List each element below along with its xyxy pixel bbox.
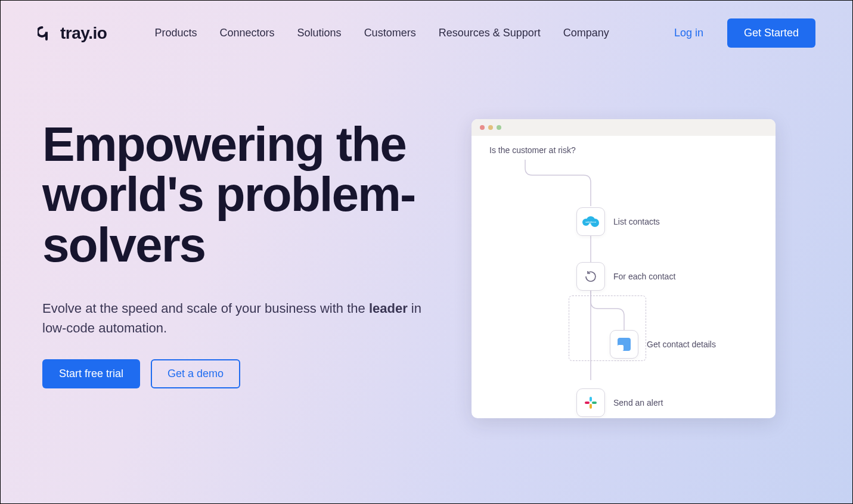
workflow-preview: Is the customer at risk? salesforc — [472, 119, 776, 418]
hero-sub-bold: leader — [369, 301, 408, 316]
workflow-node-list-contacts: salesforce List contacts — [576, 207, 660, 236]
slack-icon — [576, 388, 605, 417]
node-label: List contacts — [613, 217, 660, 226]
workflow-canvas: Is the customer at risk? salesforc — [472, 136, 776, 418]
workflow-node-foreach: For each contact — [576, 262, 675, 291]
node-label: For each contact — [613, 272, 675, 281]
window-minimize-icon — [488, 125, 493, 130]
hero-copy: Empowering the world's problem-solvers E… — [42, 119, 436, 418]
window-titlebar — [472, 119, 776, 136]
svg-rect-9 — [585, 402, 590, 404]
svg-text:salesforce: salesforce — [585, 220, 597, 223]
tray-icon — [38, 24, 55, 42]
start-free-trial-button[interactable]: Start free trial — [42, 359, 140, 388]
brand-logo[interactable]: tray.io — [38, 24, 107, 43]
node-label: Send an alert — [613, 398, 663, 407]
workflow-question: Is the customer at risk? — [489, 145, 764, 155]
contact-icon — [610, 330, 638, 359]
nav-connectors[interactable]: Connectors — [220, 27, 275, 39]
nav-company[interactable]: Company — [563, 27, 609, 39]
nav-customers[interactable]: Customers — [364, 27, 416, 39]
hero-section: Empowering the world's problem-solvers E… — [1, 48, 852, 418]
workflow-node-send-alert: Send an alert — [576, 388, 663, 417]
login-link[interactable]: Log in — [674, 27, 703, 39]
svg-rect-5 — [618, 345, 624, 351]
header: tray.io Products Connectors Solutions Cu… — [1, 1, 852, 48]
svg-rect-7 — [592, 402, 597, 404]
hero-title: Empowering the world's problem-solvers — [42, 119, 436, 270]
brand-text: tray.io — [60, 24, 107, 43]
nav-products[interactable]: Products — [154, 27, 197, 39]
workflow-node-contact-details: Get contact details — [610, 330, 716, 359]
window-maximize-icon — [497, 125, 501, 130]
hero-subtitle: Evolve at the speed and scale of your bu… — [42, 298, 436, 338]
node-label: Get contact details — [647, 340, 716, 349]
svg-rect-8 — [590, 404, 592, 409]
loop-icon — [576, 262, 605, 291]
workflow-window: Is the customer at risk? salesforc — [472, 119, 776, 418]
hero-cta-row: Start free trial Get a demo — [42, 359, 436, 388]
window-close-icon — [480, 125, 485, 130]
nav-resources[interactable]: Resources & Support — [439, 27, 541, 39]
svg-rect-6 — [590, 397, 592, 402]
get-started-button[interactable]: Get Started — [727, 18, 815, 48]
get-demo-button[interactable]: Get a demo — [151, 359, 240, 388]
salesforce-icon: salesforce — [576, 207, 605, 236]
hero-sub-pre: Evolve at the speed and scale of your bu… — [42, 301, 369, 316]
main-nav: Products Connectors Solutions Customers … — [154, 27, 609, 39]
nav-solutions[interactable]: Solutions — [297, 27, 342, 39]
